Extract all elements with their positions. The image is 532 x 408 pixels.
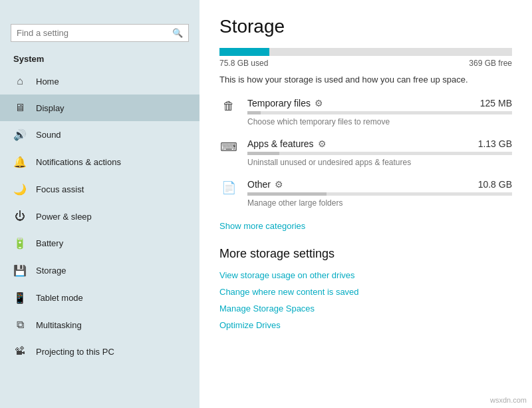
other-settings-icon[interactable]: ⚙ (275, 179, 283, 190)
sidebar-item-projecting[interactable]: 📽 Projecting to this PC (0, 338, 200, 365)
other-title: Other (247, 179, 271, 190)
display-icon: 🖥 (13, 102, 27, 114)
settings-link-change-content[interactable]: Change where new content is saved (219, 287, 512, 297)
apps-features-bar (247, 152, 512, 155)
temp-files-settings-icon[interactable]: ⚙ (315, 98, 323, 108)
sidebar-item-label-power-sleep: Power & sleep (36, 212, 92, 222)
notifications-icon: 🔔 (13, 156, 27, 168)
apps-features-content: Apps & features ⚙ 1.13 GB Uninstall unus… (247, 138, 512, 167)
temp-files-size: 125 MB (480, 98, 512, 108)
apps-features-settings-icon[interactable]: ⚙ (318, 138, 327, 149)
home-icon: ⌂ (13, 75, 27, 87)
sidebar-item-notifications[interactable]: 🔔 Notifications & actions (0, 148, 200, 176)
storage-used-label: 75.8 GB used (219, 59, 268, 68)
more-settings-title: More storage settings (219, 247, 512, 261)
storage-item-temp-files: 🗑 Temporary files ⚙ 125 MB Choose which … (219, 98, 512, 126)
sound-icon: 🔊 (13, 128, 27, 141)
storage-description: This is how your storage is used and how… (219, 75, 512, 85)
more-settings-links: View storage usage on other drivesChange… (219, 270, 512, 330)
storage-item-other: 📄 Other ⚙ 10.8 GB Manage other large fol… (219, 179, 512, 208)
sidebar-item-label-focus-assist: Focus assist (36, 184, 84, 194)
apps-features-size: 1.13 GB (478, 138, 512, 149)
temp-files-icon: 🗑 (219, 99, 238, 113)
temp-files-bar-fill (247, 111, 261, 114)
settings-link-view-usage[interactable]: View storage usage on other drives (219, 270, 512, 280)
other-size: 10.8 GB (478, 179, 512, 190)
temp-files-bar (247, 111, 512, 114)
temp-files-desc: Choose which temporary files to remove (247, 117, 512, 126)
other-content: Other ⚙ 10.8 GB Manage other large folde… (247, 179, 512, 208)
other-icon: 📄 (219, 180, 238, 195)
focus-assist-icon: 🌙 (13, 183, 27, 196)
sidebar: 🔍 System ⌂ Home 🖥 Display 🔊 Sound 🔔 Noti… (0, 0, 200, 408)
show-more-link[interactable]: Show more categories (219, 221, 305, 231)
search-box[interactable]: 🔍 (11, 24, 189, 42)
main-content: Storage 75.8 GB used 369 GB free This is… (200, 0, 532, 408)
search-icon: 🔍 (172, 28, 183, 38)
page-title: Storage (219, 16, 512, 37)
storage-bar (219, 48, 512, 56)
sidebar-item-label-projecting: Projecting to this PC (36, 347, 114, 357)
other-bar-fill (247, 192, 327, 196)
temp-files-title-wrap: Temporary files ⚙ (247, 98, 323, 108)
settings-link-optimize[interactable]: Optimize Drives (219, 320, 512, 330)
sidebar-item-label-display: Display (36, 103, 65, 113)
sidebar-item-label-sound: Sound (36, 130, 61, 140)
storage-item-apps-features: ⌨ Apps & features ⚙ 1.13 GB Uninstall un… (219, 138, 512, 167)
sidebar-item-label-tablet-mode: Tablet mode (36, 293, 83, 303)
sidebar-item-display[interactable]: 🖥 Display (0, 95, 200, 121)
apps-features-title: Apps & features (247, 138, 314, 149)
temp-files-header: Temporary files ⚙ 125 MB (247, 98, 512, 108)
other-desc: Manage other large folders (247, 198, 512, 208)
nav-list: ⌂ Home 🖥 Display 🔊 Sound 🔔 Notifications… (0, 68, 200, 365)
sidebar-item-home[interactable]: ⌂ Home (0, 68, 200, 95)
battery-icon: 🔋 (13, 237, 27, 250)
apps-features-title-wrap: Apps & features ⚙ (247, 138, 327, 149)
other-bar (247, 192, 512, 196)
multitasking-icon: ⧉ (13, 319, 27, 331)
other-header: Other ⚙ 10.8 GB (247, 179, 512, 190)
storage-bar-fill (219, 48, 269, 56)
sidebar-item-multitasking[interactable]: ⧉ Multitasking (0, 311, 200, 338)
sidebar-item-label-battery: Battery (36, 238, 63, 248)
sidebar-item-label-home: Home (36, 77, 59, 87)
watermark: wsxdn.com (490, 396, 527, 404)
settings-link-manage-spaces[interactable]: Manage Storage Spaces (219, 304, 512, 313)
temp-files-title: Temporary files (247, 98, 311, 108)
sidebar-item-sound[interactable]: 🔊 Sound (0, 121, 200, 148)
storage-free-label: 369 GB free (469, 59, 512, 68)
storage-items-list: 🗑 Temporary files ⚙ 125 MB Choose which … (219, 98, 512, 208)
search-input[interactable] (17, 28, 172, 38)
sidebar-item-label-storage: Storage (36, 266, 66, 276)
sidebar-item-focus-assist[interactable]: 🌙 Focus assist (0, 176, 200, 203)
storage-icon: 💾 (13, 264, 27, 277)
temp-files-content: Temporary files ⚙ 125 MB Choose which te… (247, 98, 512, 126)
sidebar-item-tablet-mode[interactable]: 📱 Tablet mode (0, 284, 200, 311)
apps-features-icon: ⌨ (219, 140, 238, 154)
power-sleep-icon: ⏻ (13, 210, 27, 222)
sidebar-header (0, 0, 200, 17)
system-label: System (0, 50, 200, 68)
storage-bar-labels: 75.8 GB used 369 GB free (219, 59, 512, 68)
sidebar-item-storage[interactable]: 💾 Storage (0, 257, 200, 284)
tablet-mode-icon: 📱 (13, 292, 27, 304)
apps-features-desc: Uninstall unused or undesired apps & fea… (247, 158, 512, 167)
sidebar-item-battery[interactable]: 🔋 Battery (0, 230, 200, 257)
apps-features-bar-fill (247, 152, 279, 155)
storage-bar-container: 75.8 GB used 369 GB free (219, 48, 512, 68)
apps-features-header: Apps & features ⚙ 1.13 GB (247, 138, 512, 149)
projecting-icon: 📽 (13, 345, 27, 357)
sidebar-item-power-sleep[interactable]: ⏻ Power & sleep (0, 203, 200, 230)
other-title-wrap: Other ⚙ (247, 179, 283, 190)
sidebar-item-label-multitasking: Multitasking (36, 320, 82, 330)
sidebar-item-label-notifications: Notifications & actions (36, 157, 121, 167)
